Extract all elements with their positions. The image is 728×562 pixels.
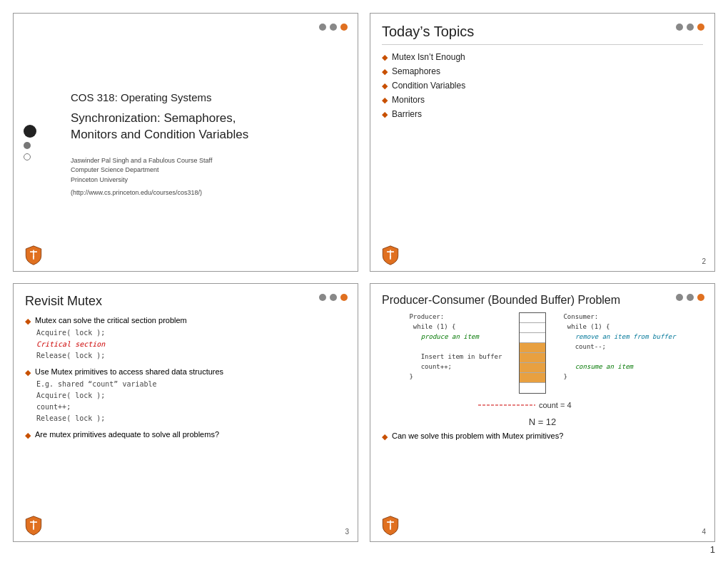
buffer-cell-empty — [520, 323, 545, 333]
slide4-number: 4 — [702, 528, 706, 536]
buffer-cell-empty — [520, 383, 545, 393]
slide1-author: Jaswinder Pal Singh and a Fabulous Cours… — [71, 156, 248, 185]
slide3-bullet2: Use Mutex primitives to access shared da… — [35, 367, 223, 376]
nav-dots-slide2 — [676, 24, 704, 31]
slide-1: COS 318: Operating Systems Synchronizati… — [13, 13, 358, 272]
consumer-code: Consumer: while (1) { remove an item fro… — [563, 312, 675, 382]
bullet-diamond-icon: ◆ — [382, 432, 388, 441]
bullet-diamond-icon: ◆ — [382, 81, 388, 91]
bullet-item: ◆ Monitors — [382, 95, 703, 105]
princeton-logo-3: P — [24, 516, 44, 536]
slide-2: Today’s Topics ◆ Mutex Isn’t Enough ◆ Se… — [370, 13, 715, 272]
princeton-logo-4: P — [380, 516, 400, 536]
buffer-cell-filled — [520, 343, 545, 353]
slide3-bullet1: Mutex can solve the critical section pro… — [35, 316, 187, 325]
bullet-diamond-icon: ◆ — [382, 53, 388, 62]
buffer-visual — [512, 312, 553, 394]
nav-dot-active — [340, 24, 348, 31]
buffer-cell-empty — [520, 333, 545, 343]
slide4-bullet: Can we solve this problem with Mutex pri… — [392, 431, 563, 440]
slides-grid: COS 318: Operating Systems Synchronizati… — [0, 0, 728, 562]
nav-dots-slide3 — [319, 294, 348, 301]
dot-medium — [24, 142, 31, 149]
nav-dot-active — [697, 24, 704, 31]
buffer-cell-filled — [520, 373, 545, 383]
bullet-diamond-icon: ◆ — [382, 96, 388, 105]
bullet-diamond-icon: ◆ — [382, 67, 388, 76]
bullet-item: ◆ Semaphores — [382, 66, 703, 76]
code-release2: Release( lock ); — [36, 413, 346, 424]
buffer-cell-empty — [520, 313, 545, 323]
nav-dot — [676, 294, 683, 301]
diagram-container: Producer: while (1) { produce an item In… — [382, 312, 703, 394]
slide-3: Revisit Mutex ◆ Mutex can solve the crit… — [13, 283, 358, 542]
nav-dot-active — [697, 294, 704, 301]
buffer-cell-filled — [520, 363, 545, 373]
bullet-diamond-icon: ◆ — [25, 368, 31, 377]
slide3-section3: ◆ Are mutex primitives adequate to solve… — [25, 430, 346, 440]
bullet-item: ◆ Mutex Isn’t Enough — [382, 52, 703, 62]
arrow-area: count = 4 — [382, 395, 703, 415]
slide2-heading: Today’s Topics — [382, 24, 703, 45]
bullet-item: ◆ Barriers — [382, 109, 703, 119]
slide4-bullet-row: ◆ Can we solve this problem with Mutex p… — [382, 431, 703, 441]
page-corner-number: 1 — [710, 544, 715, 555]
left-decoration-dots — [24, 125, 36, 160]
nav-dot — [319, 24, 326, 31]
code-critical: Critical section — [36, 339, 346, 350]
slide4-heading: Producer-Consumer (Bounded Buffer) Probl… — [382, 294, 703, 307]
nav-dot — [330, 24, 337, 31]
slide2-bullets: ◆ Mutex Isn’t Enough ◆ Semaphores ◆ Cond… — [382, 52, 703, 119]
dot-large — [24, 125, 36, 138]
slide3-section1: ◆ Mutex can solve the critical section p… — [25, 316, 346, 362]
slide1-subtitle: Synchronization: Semaphores,Monitors and… — [71, 111, 248, 143]
code-acquire2: Acquire( lock ); — [36, 390, 346, 402]
buffer-cells — [519, 312, 546, 394]
slide2-number: 2 — [702, 257, 706, 265]
nav-dots-slide1 — [319, 24, 348, 31]
bullet-diamond-icon: ◆ — [25, 317, 31, 326]
producer-code: Producer: while (1) { produce an item In… — [409, 312, 502, 382]
nav-dot — [687, 24, 694, 31]
slide3-heading: Revisit Mutex — [25, 294, 346, 309]
nav-dot — [676, 24, 683, 31]
princeton-logo-2: P — [380, 245, 400, 265]
nav-dot — [319, 294, 326, 301]
princeton-logo-1: P — [24, 245, 44, 265]
buffer-cell-filled — [520, 353, 545, 363]
bullet-item: ◆ Condition Variables — [382, 81, 703, 91]
code-eg-shared: E.g. shared “count” variable — [36, 379, 346, 390]
code-count-inc: count++; — [36, 402, 346, 413]
svg-text:count = 4: count = 4 — [539, 401, 572, 409]
slide3-number: 3 — [345, 528, 349, 536]
slide-4: Producer-Consumer (Bounded Buffer) Probl… — [370, 283, 715, 542]
code-acquire1: Acquire( lock ); — [36, 327, 346, 339]
nav-dots-slide4 — [676, 294, 704, 301]
code-release1: Release( lock ); — [36, 350, 346, 362]
nav-dot — [330, 294, 337, 301]
slide3-section2: ◆ Use Mutex primitives to access shared … — [25, 367, 346, 424]
slide1-title: COS 318: Operating Systems — [71, 91, 248, 103]
bullet-diamond-icon: ◆ — [25, 431, 31, 440]
dot-outline — [24, 153, 31, 160]
bullet-diamond-icon: ◆ — [382, 110, 388, 119]
nav-dot-active — [340, 294, 348, 301]
nav-dot — [687, 294, 694, 301]
slide3-bullet3: Are mutex primitives adequate to solve a… — [35, 430, 219, 439]
slide1-url: (http://www.cs.princeton.edu/courses/cos… — [71, 189, 248, 196]
slide4-n-label: N = 12 — [382, 417, 703, 427]
count-arrow-svg: count = 4 — [471, 395, 614, 415]
